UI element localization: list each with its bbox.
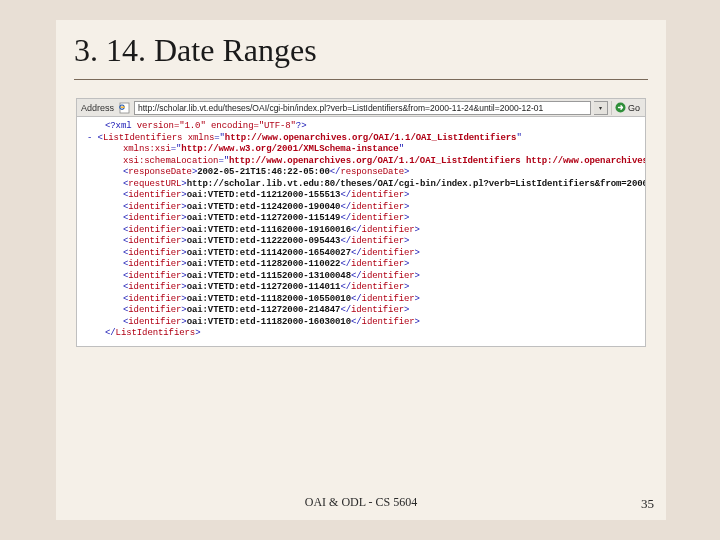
id-open: identifier <box>128 294 181 304</box>
address-input[interactable]: http://scholar.lib.vt.edu/theses/OAI/cgi… <box>134 101 591 115</box>
id-open: identifier <box>128 317 181 327</box>
id-close: identifier <box>351 202 404 212</box>
id-val: oai:VTETD:etd-11282000-110022 <box>187 259 341 269</box>
id-close: identifier <box>362 225 415 235</box>
id-close: identifier <box>351 190 404 200</box>
id-val: oai:VTETD:etd-11222000-095443 <box>187 236 341 246</box>
attr-schemaloc-val: http://www.openarchives.org/OAI/1.1/OAI_… <box>229 156 645 166</box>
title-block: 3. 14. Date Ranges <box>56 20 666 73</box>
attr-xmlns-name: xmlns <box>188 133 215 143</box>
go-label: Go <box>628 101 640 115</box>
id-open: identifier <box>128 202 181 212</box>
go-button[interactable]: Go <box>611 101 643 115</box>
id-open: identifier <box>128 213 181 223</box>
id-close: identifier <box>362 248 415 258</box>
id-val: oai:VTETD:etd-11142000-16540027 <box>187 248 351 258</box>
slide-number: 35 <box>641 496 654 512</box>
id-close: identifier <box>351 236 404 246</box>
id-close: identifier <box>351 282 404 292</box>
xml-decl-attrs: version="1.0" encoding="UTF-8" <box>137 121 296 131</box>
address-label: Address <box>79 103 116 113</box>
id-val: oai:VTETD:etd-11182000-16030010 <box>187 317 351 327</box>
id-val: oai:VTETD:etd-11182000-10550010 <box>187 294 351 304</box>
id-val: oai:VTETD:etd-11272000-114011 <box>187 282 341 292</box>
go-arrow-icon <box>615 102 626 113</box>
xml-response-body: <?xml version="1.0" encoding="UTF-8"?> -… <box>77 117 645 346</box>
title-divider <box>74 79 648 80</box>
footer-caption: OAI & ODL - CS 5604 <box>56 495 666 510</box>
address-bar: Address http://scholar.lib.vt.edu/theses… <box>77 99 645 117</box>
attr-xsi-name: xmlns:xsi <box>123 144 171 154</box>
id-val: oai:VTETD:etd-11212000-155513 <box>187 190 341 200</box>
identifier-row: <identifier>oai:VTETD:etd-11272000-21484… <box>87 305 639 317</box>
id-close: identifier <box>351 305 404 315</box>
id-close: identifier <box>351 259 404 269</box>
id-open: identifier <box>128 190 181 200</box>
identifier-row: <identifier>oai:VTETD:etd-11282000-11002… <box>87 259 639 271</box>
identifier-row: <identifier>oai:VTETD:etd-11142000-16540… <box>87 248 639 260</box>
attr-xsi-val: http://www.w3.org/2001/XMLSchema-instanc… <box>181 144 398 154</box>
responseDate-open: responseDate <box>128 167 192 177</box>
identifier-row: <identifier>oai:VTETD:etd-11242000-19004… <box>87 202 639 214</box>
identifier-row: <identifier>oai:VTETD:etd-11162000-19160… <box>87 225 639 237</box>
id-open: identifier <box>128 271 181 281</box>
page-title: 3. 14. Date Ranges <box>74 32 648 69</box>
id-close: identifier <box>362 294 415 304</box>
identifier-row: <identifier>oai:VTETD:etd-11212000-15551… <box>87 190 639 202</box>
requestURL-open: requestURL <box>128 179 181 189</box>
id-open: identifier <box>128 282 181 292</box>
xml-decl-open: <?xml <box>105 121 137 131</box>
id-close: identifier <box>362 271 415 281</box>
root-tag: ListIdentifiers <box>103 133 183 143</box>
responseDate-val: 2002-05-21T15:46:22-05:00 <box>197 167 330 177</box>
responseDate-close: responseDate <box>340 167 404 177</box>
identifier-row: <identifier>oai:VTETD:etd-11272000-11401… <box>87 282 639 294</box>
root-close: ListIdentifiers <box>116 328 196 338</box>
attr-schemaloc-name: xsi:schemaLocation <box>123 156 218 166</box>
id-val: oai:VTETD:etd-11272000-115149 <box>187 213 341 223</box>
browser-window: Address http://scholar.lib.vt.edu/theses… <box>76 98 646 347</box>
id-close: identifier <box>362 317 415 327</box>
id-close: identifier <box>351 213 404 223</box>
attr-xmlns-val: http://www.openarchives.org/OAI/1.1/OAI_… <box>225 133 517 143</box>
id-val: oai:VTETD:etd-11162000-19160016 <box>187 225 351 235</box>
xml-decl-close: ?> <box>296 121 307 131</box>
id-val: oai:VTETD:etd-11242000-190040 <box>187 202 341 212</box>
id-open: identifier <box>128 225 181 235</box>
id-open: identifier <box>128 259 181 269</box>
identifier-row: <identifier>oai:VTETD:etd-11272000-11514… <box>87 213 639 225</box>
identifier-row: <identifier>oai:VTETD:etd-11182000-10550… <box>87 294 639 306</box>
id-open: identifier <box>128 236 181 246</box>
id-val: oai:VTETD:etd-11272000-214847 <box>187 305 341 315</box>
id-open: identifier <box>128 248 181 258</box>
slide: 3. 14. Date Ranges Address http://schola… <box>56 20 666 520</box>
id-open: identifier <box>128 305 181 315</box>
identifier-row: <identifier>oai:VTETD:etd-11152000-13100… <box>87 271 639 283</box>
address-dropdown-button[interactable]: ▾ <box>594 101 608 115</box>
requestURL-val: http://scholar.lib.vt.edu:80/theses/OAI/… <box>187 179 645 189</box>
ie-page-icon <box>119 102 131 114</box>
identifier-row: <identifier>oai:VTETD:etd-11222000-09544… <box>87 236 639 248</box>
identifier-row: <identifier>oai:VTETD:etd-11182000-16030… <box>87 317 639 329</box>
id-val: oai:VTETD:etd-11152000-13100048 <box>187 271 351 281</box>
